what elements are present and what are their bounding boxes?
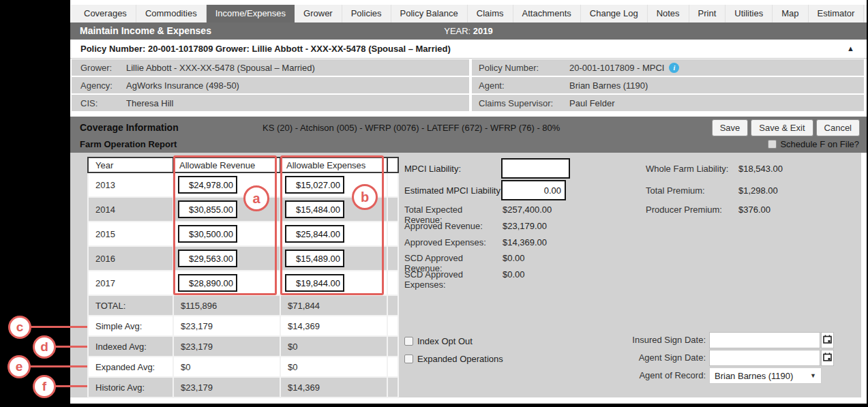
spacer-column-header <box>387 157 398 172</box>
expanded-avg-row: Expanded Avg: $0 $0 <box>88 357 398 377</box>
grower-label: Grower: <box>72 63 126 73</box>
revenue-input-2014[interactable] <box>178 200 237 218</box>
agent-sign-date-input[interactable] <box>709 350 820 366</box>
approved-expenses-row: Approved Expenses: $14,369.00 <box>404 237 547 247</box>
page-title: Maintain Income & Expenses <box>80 22 211 40</box>
simple-avg-label: Simple Avg: <box>88 316 173 336</box>
tab-grower[interactable]: Grower <box>295 5 342 22</box>
tab-attachments[interactable]: Attachments <box>513 5 581 22</box>
annotation-e-line <box>29 365 87 367</box>
producer-premium-label: Producer Premium: <box>646 205 738 215</box>
indexed-avg-label: Indexed Avg: <box>88 336 173 357</box>
collapse-arrow-icon[interactable]: ▲ <box>847 40 854 58</box>
coverage-bar: Coverage Information KS (20) - Atchison … <box>70 117 867 153</box>
historic-avg-label: Historic Avg: <box>88 377 173 397</box>
total-label: TOTAL: <box>88 295 173 316</box>
tab-estimator[interactable]: Estimator <box>809 5 865 22</box>
approved-revenue-row: Approved Revenue: $23,179.00 <box>404 221 547 231</box>
year-cell: 2017 <box>88 271 173 295</box>
tab-coverages[interactable]: Coverages <box>75 5 136 22</box>
whole-farm-liability-label: Whole Farm Liability: <box>646 164 738 174</box>
calendar-icon <box>823 335 832 346</box>
page: Coverages Commodities Income/Expenses Gr… <box>0 0 868 407</box>
revenue-input-2017[interactable] <box>178 274 237 292</box>
schedule-f-checkbox[interactable] <box>768 140 777 149</box>
agent-of-record-value: Brian Barnes (1190) <box>715 371 793 381</box>
revenue-input-2016[interactable] <box>178 250 237 267</box>
tab-change-log[interactable]: Change Log <box>581 5 648 22</box>
producer-premium-row: Producer Premium: $376.00 <box>646 205 770 215</box>
calendar-icon <box>823 352 832 363</box>
save-button[interactable]: Save <box>712 119 749 136</box>
insured-sign-date-label: Insured Sign Date: <box>614 335 706 345</box>
claims-supervisor-value: Paul Felder <box>569 98 614 108</box>
save-and-exit-button[interactable]: Save & Exit <box>751 119 813 136</box>
claims-supervisor-row: Claims Supervisor: Paul Felder <box>472 95 864 111</box>
approved-revenue-value: $23,179.00 <box>503 221 547 231</box>
tab-income-expenses[interactable]: Income/Expenses <box>207 5 295 22</box>
whole-farm-liability-value: $18,543.00 <box>738 164 783 174</box>
cis-row: CIS: Theresa Hill <box>72 95 469 111</box>
expenses-input-2017[interactable] <box>285 274 344 292</box>
scd-approved-expenses-row: SCD Approved Expenses: $0.00 <box>404 269 525 290</box>
claims-supervisor-label: Claims Supervisor: <box>472 98 569 108</box>
annotation-c-marker: c <box>8 316 31 339</box>
tab-notes[interactable]: Notes <box>648 5 689 22</box>
tab-claims[interactable]: Claims <box>468 5 513 22</box>
coverage-information-title: Coverage Information <box>80 122 179 133</box>
total-expenses: $71,844 <box>280 295 387 316</box>
tab-utilities[interactable]: Utilities <box>725 5 773 22</box>
simple-avg-expenses: $14,369 <box>280 316 387 336</box>
agent-of-record-select[interactable]: Brian Barnes (1190) ▼ <box>709 367 822 384</box>
grower-row: Grower: Lillie Abbott - XXX-XX-5478 (Spo… <box>72 59 469 76</box>
mpci-liability-input[interactable] <box>501 158 570 179</box>
tab-policies[interactable]: Policies <box>342 5 391 22</box>
agent-sign-date-label: Agent Sign Date: <box>614 352 706 363</box>
insured-sign-date-calendar-button[interactable] <box>821 332 834 348</box>
cancel-button[interactable]: Cancel <box>816 119 860 136</box>
agent-sign-date-calendar-button[interactable] <box>821 350 834 366</box>
whole-farm-liability-row: Whole Farm Liability: $18,543.00 <box>646 164 783 174</box>
policy-header-bar: Policy Number: 20-001-1017809 Grower: Li… <box>70 40 867 59</box>
revenue-input-2015[interactable] <box>178 225 237 243</box>
tab-policy-balance[interactable]: Policy Balance <box>391 5 468 22</box>
index-opt-out-checkbox[interactable] <box>404 337 413 346</box>
tab-commodities[interactable]: Commodities <box>136 5 207 22</box>
info-icon[interactable]: i <box>669 63 679 73</box>
table-header-row: Year Allowable Revenue Allowable Expense… <box>88 157 398 172</box>
expanded-avg-revenue: $0 <box>173 357 280 377</box>
expenses-input-2014[interactable] <box>285 200 344 218</box>
expanded-operations-label: Expanded Operations <box>417 354 503 364</box>
producer-premium-value: $376.00 <box>738 205 770 215</box>
estimated-mpci-liability-input[interactable] <box>501 180 566 200</box>
total-row: TOTAL: $115,896 $71,844 <box>88 295 398 316</box>
agent-of-record-label: Agent of Record: <box>614 370 706 380</box>
table-row-2017: 2017 <box>88 271 398 295</box>
agent-row: Agent: Brian Barnes (1190) <box>472 77 864 93</box>
expenses-input-2013[interactable] <box>285 176 344 194</box>
grower-value: Lillie Abbott - XXX-XX-5478 (Spousal – M… <box>126 63 315 73</box>
total-premium-value: $1,298.00 <box>738 185 778 196</box>
agency-value: AgWorks Insurance (498-50) <box>126 80 239 91</box>
annotation-c-line <box>30 326 87 328</box>
revenue-input-2013[interactable] <box>178 176 237 194</box>
index-opt-out-row: Index Opt Out <box>404 336 473 346</box>
tab-print[interactable]: Print <box>689 5 726 22</box>
expenses-input-2015[interactable] <box>285 225 344 243</box>
simple-avg-revenue: $23,179 <box>173 316 280 336</box>
approved-expenses-value: $14,369.00 <box>503 237 547 247</box>
policy-number-row: Policy Number: 20-001-1017809 - MPCI i <box>472 59 864 76</box>
estimated-mpci-liability-label: Estimated MPCI Liability: <box>404 185 503 196</box>
expanded-operations-checkbox[interactable] <box>404 355 413 363</box>
allowable-expenses-column-header: Allowable Expenses <box>280 157 387 172</box>
insured-sign-date-input[interactable] <box>709 332 820 348</box>
expenses-input-2016[interactable] <box>285 250 344 267</box>
policy-header-text: Policy Number: 20-001-1017809 Grower: Li… <box>80 40 451 58</box>
tab-map[interactable]: Map <box>773 5 808 22</box>
year-label: YEAR: <box>444 26 470 36</box>
total-premium-label: Total Premium: <box>646 185 738 196</box>
dropdown-arrow-icon: ▼ <box>810 372 816 379</box>
approved-revenue-label: Approved Revenue: <box>404 221 503 231</box>
indexed-avg-revenue: $23,179 <box>173 336 280 357</box>
mpci-liability-label: MPCI Liability: <box>404 164 461 174</box>
